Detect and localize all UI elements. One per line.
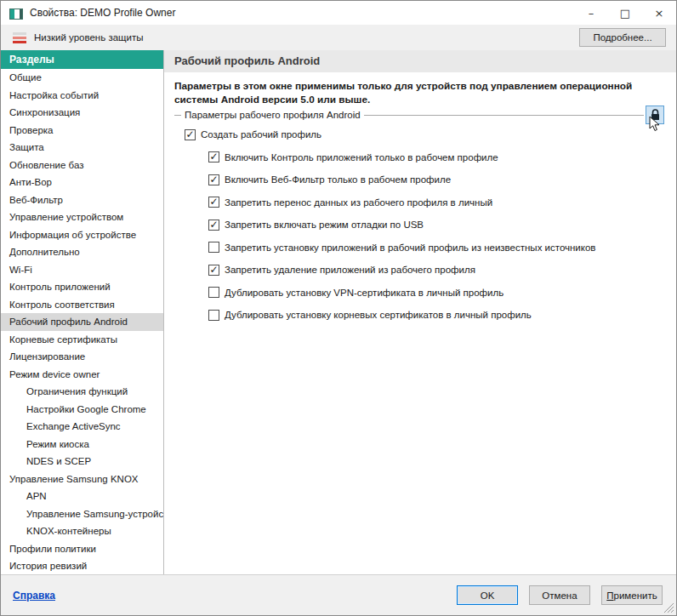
checkbox-row[interactable]: ✓ Дублировать установку корневых сертифи… [174,304,664,327]
sidebar-item-label: KNOX-контейнеры [26,526,111,536]
sidebar-item-label: Рабочий профиль Android [9,317,128,327]
sidebar-item-label: Защита [9,142,44,152]
apply-button[interactable]: Применить [601,585,663,605]
checkbox[interactable]: ✓ [185,129,196,140]
sidebar-item[interactable]: Ограничения функций [1,383,163,401]
sidebar-item[interactable]: Настройка событий [1,87,163,105]
sidebar-item[interactable]: APN [1,488,163,505]
sidebar-item-label: Wi-Fi [9,265,32,275]
sidebar-item-label: Обновление баз [9,160,83,170]
sidebar-item[interactable]: История ревизий [1,557,163,574]
checkbox[interactable]: ✓ [208,197,219,208]
cancel-button[interactable]: Отмена [529,585,590,605]
window-controls: – □ × [574,1,676,25]
sidebar-item-label: Управление Samsung-устройством [26,509,163,519]
checkbox-row[interactable]: ✓ Создать рабочий профиль [174,123,664,146]
sidebar-item-label: Профили политики [9,544,96,554]
sidebar-item[interactable]: Проверка [1,122,163,140]
checkmark-icon: ✓ [209,220,218,230]
sidebar-item-label: APN [26,491,47,501]
sidebar-item[interactable]: Анти-Вор [1,174,163,191]
sidebar-item-label: Управление устройством [9,212,123,222]
sidebar-item-label: Синхронизация [9,107,80,117]
checkbox[interactable]: ✓ [208,220,219,231]
checkbox-label: Запретить включать режим отладки по USB [225,220,424,230]
checkbox-row[interactable]: ✓ Дублировать установку VPN-сертификата … [174,282,664,305]
sidebar-item[interactable]: Режим device owner [1,366,163,384]
sidebar-item[interactable]: Контроль соответствия [1,296,163,314]
sidebar-list: Общие Настройка событий Синхронизация Пр… [1,69,163,574]
app-icon [9,8,23,19]
checkbox-row[interactable]: ✓ Запретить перенос данных из рабочего п… [174,191,664,214]
maximize-button[interactable]: □ [608,1,642,25]
checkbox-row[interactable]: ✓ Запретить включать режим отладки по US… [174,214,664,237]
checkbox[interactable]: ✓ [208,174,219,185]
lock-icon [651,109,660,121]
checkmark-icon: ✓ [209,174,218,185]
apply-accelerator: П [606,590,613,601]
checkbox[interactable]: ✓ [208,242,219,253]
sidebar-item[interactable]: Exchange ActiveSync [1,418,163,436]
minimize-button[interactable]: – [574,1,608,25]
sidebar-item[interactable]: Корневые сертификаты [1,331,163,349]
sidebar-item[interactable]: Общие [1,69,163,87]
checkbox-label: Включить Веб-Фильтр только в рабочем про… [225,174,451,185]
sections-sidebar: Разделы Общие Настройка событий Синхрони… [1,50,164,574]
sidebar-item[interactable]: Настройки Google Chrome [1,401,163,419]
protection-level-icon [13,32,26,43]
sidebar-item[interactable]: Управление Samsung KNOX [1,471,163,488]
sidebar-item[interactable]: Рабочий профиль Android [1,313,163,331]
checkbox-row[interactable]: ✓ Запретить удаление приложений из рабоч… [174,259,664,282]
sidebar-item-label: Контроль соответствия [9,299,115,310]
sidebar-item[interactable]: Управление Samsung-устройством [1,505,163,523]
sidebar-item[interactable]: Обновление баз [1,157,163,174]
sidebar-item[interactable]: Защита [1,139,163,157]
sidebar-item[interactable]: Профили политики [1,540,163,558]
checkmark-icon: ✓ [209,197,218,207]
checkbox-list: ✓ Создать рабочий профиль ✓ Включить Кон… [174,123,664,327]
sidebar-item[interactable]: Режим киоска [1,436,163,453]
sidebar-item[interactable]: Wi-Fi [1,261,163,279]
sidebar-item-label: Информация об устройстве [9,230,136,240]
sidebar-item-label: Проверка [9,125,54,135]
checkbox-row[interactable]: ✓ Запретить установку приложений в рабоч… [174,237,664,260]
group-line-right [364,115,644,116]
checkbox-label: Запретить установку приложений в рабочий… [225,242,595,253]
checkbox-label: Дублировать установку VPN-сертификата в … [225,288,503,298]
checkbox-label: Создать рабочий профиль [201,129,321,140]
sidebar-item[interactable]: Веб-Фильтр [1,191,163,209]
titlebar: Свойства: DEMO Profile Owner – □ × [1,1,676,25]
checkmark-icon: ✓ [185,129,194,140]
protection-level-label: Низкий уровень защиты [34,32,144,43]
sidebar-item-label: Лицензирование [9,351,85,362]
sidebar-item[interactable]: Информация об устройстве [1,226,163,244]
properties-window: Свойства: DEMO Profile Owner – □ × Низки… [0,0,677,616]
sidebar-item[interactable]: NDES и SCEP [1,453,163,471]
sidebar-item[interactable]: Управление устройством [1,208,163,226]
lock-button[interactable] [646,106,664,124]
checkbox[interactable]: ✓ [208,310,219,321]
help-link[interactable]: Справка [13,590,55,602]
resize-grip[interactable] [663,602,674,613]
sidebar-item-label: История ревизий [9,561,87,571]
sidebar-item[interactable]: Синхронизация [1,104,163,122]
footer-buttons: OK Отмена Применить [457,585,663,605]
checkbox[interactable]: ✓ [208,265,219,276]
sidebar-item[interactable]: Лицензирование [1,348,163,366]
checkmark-icon: ✓ [209,151,218,162]
checkbox-row[interactable]: ✓ Включить Веб-Фильтр только в рабочем п… [174,168,664,191]
main-area: Разделы Общие Настройка событий Синхрони… [1,50,676,574]
sidebar-item[interactable]: KNOX-контейнеры [1,522,163,540]
details-button[interactable]: Подробнее... [579,28,666,47]
checkbox[interactable]: ✓ [208,287,219,298]
checkbox[interactable]: ✓ [208,151,219,163]
apply-rest: рименить [614,590,657,601]
close-button[interactable]: × [642,1,676,25]
footer-bar: Справка OK Отмена Применить [1,574,676,615]
sidebar-item[interactable]: Контроль приложений [1,278,163,296]
ok-button[interactable]: OK [457,585,518,605]
sidebar-item[interactable]: Дополнительно [1,243,163,261]
checkbox-row[interactable]: ✓ Включить Контроль приложений только в … [174,146,664,169]
sidebar-header: Разделы [1,50,163,69]
sidebar-item-label: Настройка событий [9,90,99,100]
